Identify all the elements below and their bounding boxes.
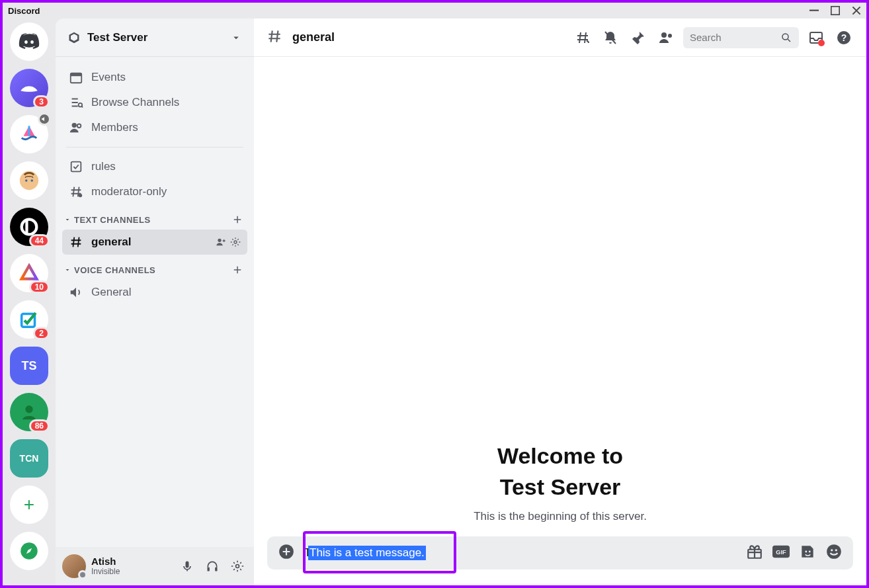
svg-point-5 — [22, 220, 37, 235]
mute-mic-button[interactable] — [177, 556, 197, 576]
threads-button[interactable] — [572, 27, 593, 48]
emoji-button[interactable] — [825, 543, 843, 563]
hash-icon — [69, 235, 83, 249]
svg-point-36 — [831, 549, 833, 551]
channel-moderator-only[interactable]: moderator-only — [62, 179, 247, 204]
user-info[interactable]: Atish Invisible — [91, 556, 172, 576]
server-checkmark[interactable]: 2 — [10, 300, 48, 339]
server-green-avatar[interactable]: 86 — [10, 393, 48, 431]
server-boat[interactable] — [10, 115, 48, 153]
svg-point-34 — [809, 551, 811, 553]
calendar-icon — [69, 70, 83, 85]
member-list-button[interactable] — [655, 27, 677, 48]
server-initials: TS — [21, 359, 36, 373]
server-face[interactable] — [10, 161, 48, 200]
search-input[interactable]: Search — [683, 27, 799, 48]
svg-point-33 — [805, 551, 807, 553]
server-tcn[interactable]: TCN — [10, 439, 48, 478]
divider — [66, 147, 243, 147]
server-midjourney[interactable]: 3 — [10, 69, 48, 107]
svg-rect-1 — [831, 7, 840, 15]
channel-label: General — [91, 286, 131, 299]
category-text-channels[interactable]: TEXT CHANNELS — [62, 204, 247, 230]
voice-channel-general[interactable]: General — [62, 280, 247, 305]
user-name: Atish — [91, 556, 172, 567]
channel-label: moderator-only — [91, 185, 167, 198]
invite-icon[interactable] — [216, 237, 226, 247]
add-server-button[interactable]: + — [10, 485, 48, 524]
server-discord-home[interactable] — [10, 22, 48, 61]
user-status: Invisible — [91, 567, 172, 576]
svg-rect-21 — [215, 567, 217, 571]
user-settings-button[interactable] — [228, 556, 247, 576]
inbox-button[interactable] — [806, 27, 827, 48]
server-header-button[interactable]: Test Server — [56, 19, 254, 57]
channel-rules[interactable]: rules — [62, 154, 247, 179]
user-avatar[interactable] — [62, 554, 86, 578]
server-test-server[interactable]: TS — [10, 347, 48, 385]
svg-rect-6 — [25, 220, 28, 235]
compass-icon — [18, 540, 40, 562]
server-badge: 86 — [29, 419, 50, 433]
sidebar-item-members[interactable]: Members — [62, 115, 247, 140]
welcome-line1: Welcome to — [497, 443, 623, 468]
svg-point-4 — [31, 179, 33, 181]
welcome-line2: Test Server — [500, 474, 621, 499]
category-label: TEXT CHANNELS — [74, 215, 231, 225]
help-icon: ? — [836, 30, 852, 46]
attach-button[interactable] — [278, 543, 295, 563]
server-badge: 44 — [29, 234, 50, 247]
svg-point-24 — [668, 34, 672, 38]
threads-icon — [575, 30, 591, 46]
sidebar-item-browse-channels[interactable]: Browse Channels — [62, 90, 247, 115]
server-badge: 3 — [33, 95, 50, 108]
sailboat-icon — [18, 123, 40, 146]
channel-general[interactable]: general — [62, 230, 247, 255]
notification-settings-button[interactable] — [600, 27, 621, 48]
deafen-button[interactable] — [202, 556, 222, 576]
chevron-down-icon — [63, 266, 71, 274]
add-channel-button[interactable] — [231, 264, 243, 276]
gift-button[interactable] — [746, 543, 763, 563]
explore-servers-button[interactable] — [10, 532, 48, 570]
channel-sidebar: Test Server Events Browse Channels Membe… — [56, 19, 254, 585]
search-placeholder: Search — [690, 32, 780, 43]
server-name: Test Server — [87, 31, 230, 44]
welcome-subtext: This is the beginning of this server. — [474, 510, 647, 523]
pinned-messages-button[interactable] — [628, 27, 649, 48]
channel-label: general — [91, 235, 208, 249]
server-triangle[interactable]: 10 — [10, 254, 48, 292]
svg-point-3 — [25, 179, 27, 181]
add-channel-button[interactable] — [231, 214, 243, 226]
sticker-button[interactable] — [799, 543, 816, 563]
rules-icon — [69, 159, 83, 174]
face-avatar-icon — [18, 169, 40, 192]
sticker-icon — [799, 543, 816, 560]
svg-point-8 — [25, 405, 32, 413]
help-button[interactable]: ? — [833, 27, 854, 48]
svg-point-35 — [827, 544, 841, 559]
gif-button[interactable]: GIF — [772, 543, 790, 563]
speaker-icon — [69, 285, 83, 300]
server-patreon[interactable]: 44 — [10, 208, 48, 246]
sidebar-item-label: Browse Channels — [91, 96, 179, 109]
svg-rect-0 — [809, 10, 819, 11]
message-composer[interactable]: GIF This is a test message. — [267, 536, 853, 569]
emoji-icon — [825, 543, 843, 560]
window-minimize-button[interactable] — [809, 6, 819, 15]
svg-point-23 — [661, 32, 667, 38]
browse-icon — [69, 95, 83, 110]
svg-point-13 — [72, 123, 77, 128]
svg-rect-15 — [71, 162, 81, 172]
window-maximize-button[interactable] — [831, 6, 840, 15]
plus-circle-icon — [278, 543, 295, 560]
sidebar-item-label: Events — [91, 71, 126, 84]
gear-icon[interactable] — [230, 237, 241, 247]
status-invisible-icon — [78, 570, 87, 579]
server-rail: 3 44 10 2 TS — [3, 19, 56, 585]
category-voice-channels[interactable]: VOICE CHANNELS — [62, 255, 247, 280]
message-input[interactable] — [304, 546, 737, 560]
hash-lock-icon — [69, 185, 83, 199]
sidebar-item-events[interactable]: Events — [62, 65, 247, 90]
window-close-button[interactable] — [852, 6, 861, 15]
